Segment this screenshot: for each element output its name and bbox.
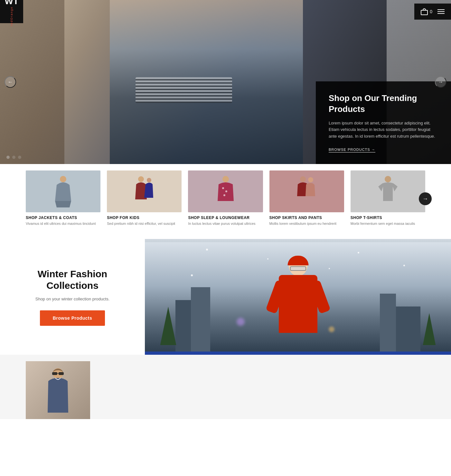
hero-browse-link[interactable]: BROWSE PRODUCTS →: [329, 148, 375, 152]
category-skirts-name: SHOP SKIRTS AND PANTS: [269, 215, 344, 220]
bottom-partial-section: [0, 355, 451, 419]
category-skirts-image: [269, 170, 344, 212]
hero-next-arrow[interactable]: →: [435, 76, 446, 88]
bottom-man-icon: [45, 368, 71, 413]
svg-point-9: [308, 177, 313, 182]
category-tshirts[interactable]: SHOP T-SHIRTS Morbi fermentum sem eget m…: [351, 170, 425, 226]
svg-point-2: [138, 176, 144, 182]
cart-count: 0: [430, 9, 432, 14]
svg-point-4: [222, 176, 229, 182]
hero-description: Lorem ipsum dolor sit amet, consectetur …: [329, 120, 438, 140]
hero-overlay: Shop on Our Trending Products Lorem ipsu…: [316, 81, 451, 164]
browse-products-button[interactable]: Browse Products: [40, 310, 105, 326]
svg-rect-13: [59, 372, 64, 375]
svg-point-8: [300, 176, 306, 182]
categories-next-arrow[interactable]: →: [419, 192, 432, 205]
category-kids-name: SHOP FOR KIDS: [107, 215, 182, 220]
category-skirts[interactable]: SHOP SKIRTS AND PANTS Mollis lorem vesti…: [269, 170, 344, 226]
tshirts-figure-icon: [377, 175, 399, 207]
cart-icon: [421, 8, 428, 15]
hamburger-line-3: [437, 13, 445, 14]
sleep-figure-icon: [216, 175, 235, 207]
hero-slider: ← → Shop on Our Trending Products Lorem …: [0, 0, 451, 164]
category-sleep-name: SHOP SLEEP & LOUNGEWEAR: [188, 215, 263, 220]
svg-rect-0: [421, 10, 428, 15]
logo-wt: WT: [5, 0, 19, 6]
category-tshirts-name: SHOP T-SHIRTS: [351, 215, 425, 220]
category-sleep[interactable]: SHOP SLEEP & LOUNGEWEAR In luctus lectus…: [188, 170, 263, 226]
category-kids[interactable]: SHOP FOR KIDS Sed pretium nibh id nisi e…: [107, 170, 182, 226]
category-tshirts-image: [351, 170, 425, 212]
skirts-figure-icon: [291, 175, 323, 207]
header-right: 0: [414, 4, 451, 20]
category-jackets-image: [26, 170, 100, 212]
kids-figure-icon: [131, 175, 157, 207]
right-arrow-icon: →: [438, 79, 443, 85]
category-jackets-name: SHOP JACKETS & COATS: [26, 215, 100, 220]
left-arrow-icon: ←: [8, 79, 13, 85]
hamburger-line-1: [437, 9, 445, 10]
hamburger-menu[interactable]: [437, 9, 445, 14]
category-sleep-desc: In luctus lectus vitae purus volutpat ul…: [188, 221, 263, 226]
jackets-figure-icon: [53, 175, 73, 207]
hero-prev-arrow[interactable]: ←: [5, 76, 16, 88]
logo[interactable]: WT redOrange: [0, 0, 23, 23]
winter-section: Winter Fashion Collections Shop on your …: [0, 239, 451, 355]
cart-icon-wrap[interactable]: 0: [421, 8, 432, 15]
logo-sub: redOrange: [10, 6, 13, 26]
categories-row: SHOP JACKETS & COATS Vivamus id elit ult…: [26, 170, 425, 226]
hero-title: Shop on Our Trending Products: [329, 93, 438, 115]
svg-point-3: [147, 178, 151, 182]
categories-section: SHOP JACKETS & COATS Vivamus id elit ult…: [0, 164, 451, 233]
winter-text-panel: Winter Fashion Collections Shop on your …: [0, 239, 145, 355]
svg-point-1: [60, 176, 66, 182]
category-kids-desc: Sed pretium nibh id nisi efficitur, vel …: [107, 221, 182, 226]
winter-subtitle: Shop on your winter collection products.: [35, 297, 110, 301]
svg-point-5: [222, 187, 224, 189]
category-jackets-desc: Vivamus id elit ultrices dui maximus tin…: [26, 221, 100, 226]
category-skirts-desc: Mollis lorem vestibulum ipsum eu hendrer…: [269, 221, 344, 226]
bottom-man-image: [26, 361, 90, 419]
svg-rect-12: [52, 372, 57, 375]
hamburger-line-2: [437, 11, 445, 12]
category-tshirts-desc: Morbi fermentum sem eget massa iaculis: [351, 221, 425, 226]
category-sleep-image: [188, 170, 263, 212]
category-jackets[interactable]: SHOP JACKETS & COATS Vivamus id elit ult…: [26, 170, 100, 226]
category-kids-image: [107, 170, 182, 212]
right-chevron-icon: →: [422, 196, 428, 202]
svg-point-7: [223, 194, 225, 196]
header: WT redOrange 0: [0, 0, 451, 23]
svg-point-10: [385, 176, 391, 182]
winter-title: Winter Fashion Collections: [13, 268, 132, 291]
winter-image-panel: [145, 239, 451, 355]
svg-point-6: [225, 190, 227, 192]
